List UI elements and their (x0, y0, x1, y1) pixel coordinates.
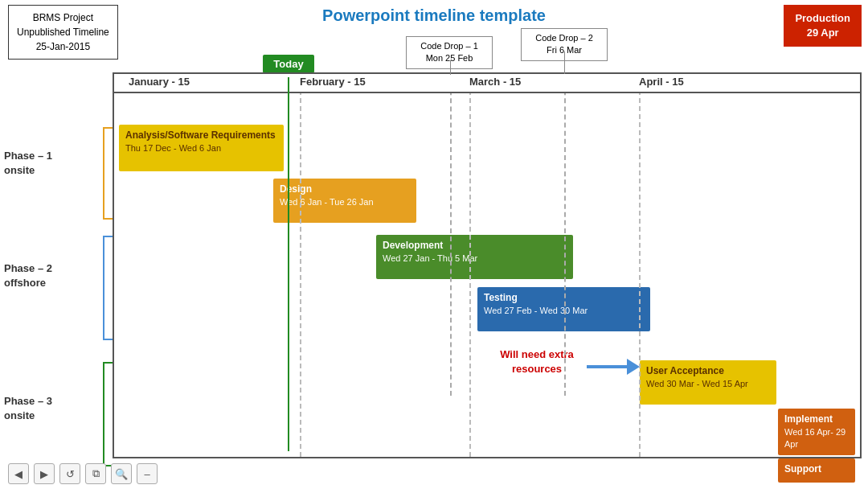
phase-3-label: Phase – 3onsite (4, 394, 52, 423)
note-resources: Will need extraresources (489, 347, 585, 376)
task-development: Development Wed 27 Jan - Thu 5 Mar (376, 235, 573, 279)
project-info-box: BRMS Project Unpublished Timeline 25-Jan… (8, 5, 118, 60)
task-uat: User Acceptance Wed 30 Mar - Wed 15 Apr (640, 360, 776, 405)
task-support: Support (778, 458, 855, 483)
nav-search[interactable]: 🔍 (111, 463, 132, 484)
task-uat-dates: Wed 30 Mar - Wed 15 Apr (646, 378, 770, 390)
phase-2-label: Phase – 2offshore (4, 261, 52, 290)
project-name: BRMS Project (17, 10, 109, 25)
task-design: Design Wed 6 Jan - Tue 26 Jan (273, 179, 416, 223)
timeline-right-border (860, 72, 862, 458)
mar-dashed-line (469, 74, 471, 457)
month-mar: March - 15 (469, 76, 521, 88)
code-drop-1-line (450, 60, 451, 75)
code-drop-2-line (564, 51, 565, 74)
apr-dashed-line (639, 74, 641, 457)
month-bar: January - 15 February - 15 March - 15 Ap… (113, 72, 862, 93)
month-apr: April - 15 (639, 76, 684, 88)
nav-prev[interactable]: ◀ (8, 463, 29, 484)
task-analysis-name: Analysis/Software Requirements (125, 129, 277, 142)
phase-1-label: Phase – 1onsite (4, 149, 52, 178)
timeline-bottom-border (113, 457, 862, 458)
task-analysis-dates: Thu 17 Dec - Wed 6 Jan (125, 142, 277, 154)
feb-dashed-line (300, 74, 301, 457)
month-feb: February - 15 (300, 76, 366, 88)
project-date: 25-Jan-2015 (17, 39, 109, 54)
task-implement-dates: Wed 16 Apr- 29 Apr (784, 426, 849, 451)
nav-refresh[interactable]: ↺ (59, 463, 80, 484)
nav-minus[interactable]: – (137, 463, 158, 484)
app: Powerpoint timeline template BRMS Projec… (0, 0, 868, 489)
task-implement-name: Implement (784, 413, 849, 426)
task-uat-name: User Acceptance (646, 364, 770, 378)
nav-copy[interactable]: ⧉ (85, 463, 106, 484)
today-marker: Today (263, 55, 314, 73)
production-badge: Production 29 Apr (784, 5, 862, 47)
month-jan: January - 15 (129, 76, 190, 88)
nav-next[interactable]: ▶ (34, 463, 55, 484)
page-title: Powerpoint timeline template (322, 6, 546, 25)
code-drop-1-callout: Code Drop – 1 Mon 25 Feb (406, 36, 493, 69)
task-analysis: Analysis/Software Requirements Thu 17 De… (119, 125, 284, 171)
today-box: Today (263, 55, 314, 73)
project-status: Unpublished Timeline (17, 25, 109, 39)
today-line (288, 77, 289, 451)
bottom-nav: ◀ ▶ ↺ ⧉ 🔍 – (8, 463, 158, 484)
task-support-name: Support (784, 462, 849, 476)
task-development-name: Development (383, 239, 567, 253)
arrow-resources (587, 359, 640, 375)
task-implement: Implement Wed 16 Apr- 29 Apr (778, 409, 855, 455)
task-development-dates: Wed 27 Jan - Thu 5 Mar (383, 253, 567, 265)
code-drop-1-dashed (450, 74, 452, 396)
timeline-left-border (113, 72, 114, 458)
code-drop-2-dashed (564, 74, 566, 396)
